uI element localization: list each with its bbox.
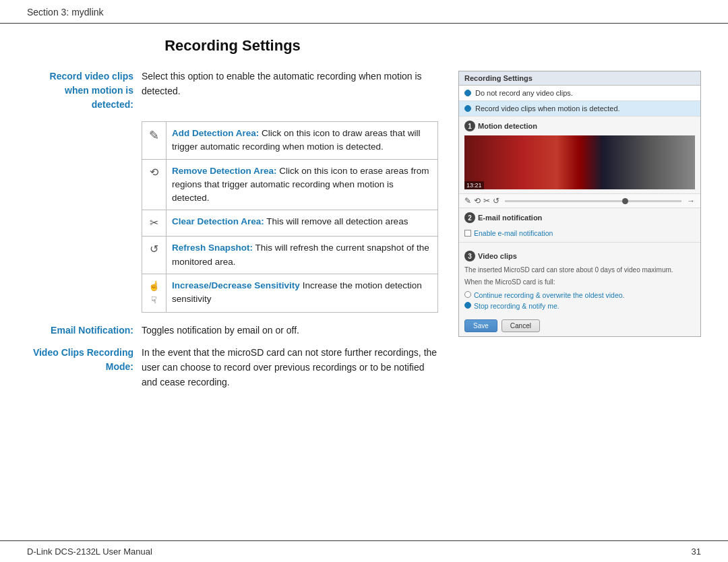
ss-video-radio-1[interactable] bbox=[464, 291, 471, 298]
record-clips-section: Record video clipswhen motion isdetected… bbox=[27, 69, 438, 313]
table-row: ↺ Refresh Snapshot: This will refresh th… bbox=[142, 237, 438, 274]
ss-section-2: 2 E-mail notification bbox=[459, 208, 700, 224]
cam-erase-icon[interactable]: ⟲ bbox=[474, 196, 481, 206]
ss-video-radio-2[interactable] bbox=[464, 302, 471, 309]
ss-camera-preview: 13:21 bbox=[464, 135, 695, 189]
ss-small-text-1: The inserted MicroSD card can store abou… bbox=[464, 266, 695, 275]
ss-email-section: Enable e-mail notification bbox=[459, 224, 700, 243]
ss-email-checkbox-row[interactable]: Enable e-mail notification bbox=[464, 227, 695, 239]
ss-buttons: Save Cancel bbox=[459, 315, 700, 336]
ss-section-num-3: 3 bbox=[464, 251, 475, 261]
ss-radio-row-1[interactable]: Do not record any video clips. bbox=[459, 86, 700, 101]
footer-right: 31 bbox=[692, 547, 701, 557]
ss-section-3: 3 Video clips bbox=[459, 247, 700, 263]
icon-table: ✎ Add Detection Area: Click on this icon… bbox=[142, 121, 438, 313]
ss-section-label-2: E-mail notification bbox=[478, 214, 542, 222]
email-notification-label: Email Notification: bbox=[27, 323, 142, 338]
ss-save-button[interactable]: Save bbox=[464, 319, 497, 332]
refresh-snapshot-desc: Refresh Snapshot: This will refresh the … bbox=[166, 237, 438, 274]
ss-radio-row-2[interactable]: Record video clips when motion is detect… bbox=[459, 101, 700, 117]
ss-small-text-2: When the MicroSD card is full: bbox=[464, 278, 695, 287]
ss-video-radio-label-2: Stop recording & notify me. bbox=[474, 302, 559, 310]
remove-detection-desc: Remove Detection Area: Click on this ico… bbox=[166, 159, 438, 210]
ss-section-1: 1 Motion detection bbox=[459, 117, 700, 133]
ss-slider-handle[interactable] bbox=[622, 198, 628, 204]
cam-refresh-icon[interactable]: ↺ bbox=[493, 196, 499, 206]
table-row: ✎ Add Detection Area: Click on this icon… bbox=[142, 122, 438, 160]
ss-video-radio-row-1[interactable]: Continue recording & overwrite the oldes… bbox=[464, 290, 695, 301]
table-row: ☝☟ Increase/Decrease Sensitivity Increas… bbox=[142, 274, 438, 312]
section-label: Section 3: mydlink bbox=[27, 7, 104, 18]
ss-radio-2[interactable] bbox=[464, 105, 471, 112]
video-clips-label: Video Clips RecordingMode: bbox=[27, 346, 142, 389]
cam-pencil-icon[interactable]: ✎ bbox=[464, 196, 471, 206]
video-clips-text: In the event that the microSD card can n… bbox=[142, 346, 438, 389]
refresh-icon: ↺ bbox=[142, 237, 166, 274]
ss-video-radio-row-2[interactable]: Stop recording & notify me. bbox=[464, 301, 695, 311]
screenshot-box: Recording Settings Do not record any vid… bbox=[458, 71, 701, 337]
page-header: Section 3: mydlink bbox=[0, 0, 728, 24]
record-clips-text: Select this option to enable the automat… bbox=[142, 69, 438, 112]
ss-header: Recording Settings bbox=[459, 71, 700, 86]
table-row: ✂ Clear Detection Area: This will remove… bbox=[142, 210, 438, 237]
footer-left: D-Link DCS-2132L User Manual bbox=[27, 547, 152, 557]
pencil-icon: ✎ bbox=[142, 122, 166, 160]
ss-video-section: The inserted MicroSD card can store abou… bbox=[459, 263, 700, 315]
ss-camera-controls[interactable]: ✎ ⟲ ✂ ↺ → bbox=[459, 193, 700, 208]
email-notification-row: Email Notification: Toggles notification… bbox=[27, 323, 438, 338]
ss-video-radio-label-1: Continue recording & overwrite the oldes… bbox=[474, 291, 625, 299]
ss-email-checkbox-label: Enable e-mail notification bbox=[474, 229, 553, 237]
ss-radio-1[interactable] bbox=[464, 90, 471, 96]
ss-radio-label-2: Record video clips when motion is detect… bbox=[475, 104, 620, 113]
video-clips-row: Video Clips RecordingMode: In the event … bbox=[27, 346, 438, 389]
clear-icon: ✂ bbox=[142, 210, 166, 237]
remove-icon: ⟲ bbox=[142, 159, 166, 210]
record-clips-label: Record video clipswhen motion isdetected… bbox=[27, 69, 142, 112]
ss-cancel-button[interactable]: Cancel bbox=[502, 319, 540, 332]
sensitivity-icons: ☝☟ bbox=[142, 274, 166, 312]
record-clips-row: Record video clipswhen motion isdetected… bbox=[27, 69, 438, 112]
ss-slider[interactable] bbox=[505, 200, 681, 202]
ss-section-num-1: 1 bbox=[464, 121, 475, 131]
left-content: Recording Settings Record video clipswhe… bbox=[27, 37, 438, 394]
add-detection-desc: Add Detection Area: Click on this icon t… bbox=[166, 122, 438, 160]
cam-cut-icon[interactable]: ✂ bbox=[483, 196, 490, 206]
cam-arrow-icon[interactable]: → bbox=[687, 196, 695, 206]
ss-section-label-1: Motion detection bbox=[478, 122, 537, 130]
ss-section-label-3: Video clips bbox=[478, 252, 517, 260]
page-footer: D-Link DCS-2132L User Manual 31 bbox=[0, 540, 728, 562]
ss-radio-label-1: Do not record any video clips. bbox=[475, 89, 573, 97]
right-panel: Recording Settings Do not record any vid… bbox=[458, 37, 701, 394]
ss-section-num-2: 2 bbox=[464, 212, 475, 223]
ss-email-checkbox[interactable] bbox=[464, 230, 471, 237]
content-area: Recording Settings Record video clipswhe… bbox=[0, 24, 728, 408]
sensitivity-desc: Increase/Decrease Sensitivity Increase t… bbox=[166, 274, 438, 312]
table-row: ⟲ Remove Detection Area: Click on this i… bbox=[142, 159, 438, 210]
email-notification-text: Toggles notification by email on or off. bbox=[142, 323, 438, 338]
clear-detection-desc: Clear Detection Area: This will remove a… bbox=[166, 210, 438, 237]
page-title: Recording Settings bbox=[27, 37, 438, 55]
